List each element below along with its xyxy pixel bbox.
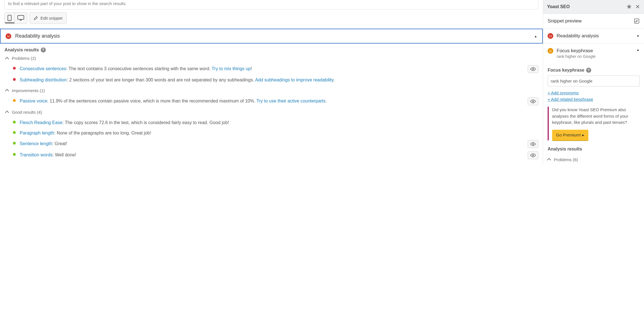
status-bullet-green xyxy=(13,121,16,124)
analysis-item: Flesch Reading Ease: The copy scores 72.… xyxy=(4,117,538,128)
svg-point-8 xyxy=(532,143,534,145)
analysis-fix-link[interactable]: Add subheadings to improve readability xyxy=(255,77,334,82)
svg-point-9 xyxy=(532,154,534,156)
svg-point-13 xyxy=(551,35,552,36)
sad-face-icon xyxy=(6,33,11,39)
highlight-toggle[interactable] xyxy=(528,65,538,73)
svg-point-5 xyxy=(9,35,10,36)
pencil-icon xyxy=(34,16,38,20)
svg-rect-10 xyxy=(634,19,639,23)
svg-point-4 xyxy=(7,35,8,36)
svg-point-16 xyxy=(551,50,552,51)
meta-description-hint: to find a relevant part of your post to … xyxy=(4,0,538,10)
close-icon[interactable]: ✕ xyxy=(635,3,640,10)
status-bullet-red xyxy=(13,67,16,70)
mobile-preview-button[interactable] xyxy=(5,13,15,23)
analysis-item: Subheading distribution: 2 sections of y… xyxy=(4,75,538,85)
svg-point-7 xyxy=(532,101,534,102)
analysis-link[interactable]: Paragraph length xyxy=(20,131,54,135)
sidebar-problems-group-toggle[interactable]: Problems (6) xyxy=(548,157,644,162)
edit-icon xyxy=(634,18,640,24)
svg-point-15 xyxy=(549,50,550,51)
analysis-link[interactable]: Consecutive sentences xyxy=(20,66,66,71)
analysis-link[interactable]: Sentence length xyxy=(20,141,52,146)
status-bullet-green xyxy=(13,153,16,156)
mobile-icon xyxy=(8,15,12,21)
analysis-item: Transition words: Well done! xyxy=(4,150,538,161)
analysis-item: Paragraph length: None of the paragraphs… xyxy=(4,128,538,138)
analysis-fix-link[interactable]: Try to mix things up xyxy=(212,66,251,71)
desktop-icon xyxy=(17,15,24,21)
sidebar-row-snippet-preview[interactable]: Snippet preview xyxy=(543,14,644,29)
add-synonyms-link[interactable]: + Add synonyms xyxy=(548,90,640,95)
eye-icon xyxy=(530,67,536,71)
readability-panel-header[interactable]: Readability analysis ▲ xyxy=(0,29,543,44)
caret-up-icon: ▲ xyxy=(636,48,640,51)
good-group-toggle[interactable]: Good results (4) xyxy=(6,110,538,115)
caret-up-icon: ▲ xyxy=(534,35,537,38)
status-bullet-green xyxy=(13,142,16,145)
status-bullet-red xyxy=(13,78,16,81)
star-icon[interactable] xyxy=(626,4,632,10)
analysis-item: Consecutive sentences: The text contains… xyxy=(4,63,538,75)
analysis-link[interactable]: Transition words xyxy=(20,152,53,157)
svg-point-1 xyxy=(9,20,10,20)
improvements-group-toggle[interactable]: Improvements (1) xyxy=(6,88,538,93)
analysis-item: Passive voice: 11.9% of the sentences co… xyxy=(4,96,538,107)
chevron-up-icon xyxy=(547,158,551,162)
analysis-results-heading: Analysis results ? xyxy=(4,47,538,53)
chevron-up-icon xyxy=(5,111,9,115)
eye-icon xyxy=(530,99,536,103)
highlight-toggle[interactable] xyxy=(528,97,538,105)
svg-rect-2 xyxy=(18,15,24,19)
svg-point-3 xyxy=(6,33,11,39)
highlight-toggle[interactable] xyxy=(528,140,538,148)
edit-snippet-label: Edit snippet xyxy=(40,16,62,20)
edit-snippet-button[interactable]: Edit snippet xyxy=(30,12,67,24)
analysis-item: Sentence length: Great! xyxy=(4,138,538,150)
svg-point-11 xyxy=(548,33,553,39)
help-icon[interactable]: ? xyxy=(586,68,591,73)
analysis-fix-link[interactable]: Try to use their active counterparts xyxy=(257,99,326,103)
sidebar-header: Yoast SEO ✕ xyxy=(543,0,644,14)
svg-point-14 xyxy=(548,48,553,54)
status-bullet-green xyxy=(13,131,16,134)
go-premium-button[interactable]: Go Premium! ▸ xyxy=(552,130,588,140)
analysis-link[interactable]: Passive voice xyxy=(20,99,47,103)
premium-promo: Did you know Yoast SEO Premium also anal… xyxy=(548,107,640,140)
sidebar-row-readability[interactable]: Readability analysis ▼ xyxy=(543,29,644,44)
eye-icon xyxy=(530,153,536,157)
highlight-toggle[interactable] xyxy=(528,151,538,159)
sidebar-analysis-results-heading: Analysis results xyxy=(543,145,644,154)
help-icon[interactable]: ? xyxy=(41,47,46,53)
caret-down-icon: ▼ xyxy=(636,34,640,38)
sidebar-row-focus-keyphrase[interactable]: Focus keyphrase rank higher on Google ▲ xyxy=(543,44,644,63)
analysis-link[interactable]: Subheading distribution xyxy=(20,77,67,82)
chevron-up-icon xyxy=(5,57,9,61)
device-toggle xyxy=(4,12,27,24)
problems-group-toggle[interactable]: Problems (2) xyxy=(6,56,538,61)
desktop-preview-button[interactable] xyxy=(15,13,27,23)
chevron-up-icon xyxy=(5,89,9,93)
eye-icon xyxy=(530,142,536,146)
focus-keyphrase-input[interactable] xyxy=(548,76,640,86)
focus-keyphrase-section: Focus keyphrase ? + Add synonyms + Add r… xyxy=(543,63,644,145)
sad-face-icon xyxy=(548,33,553,39)
svg-point-6 xyxy=(532,69,534,70)
svg-point-12 xyxy=(549,35,550,36)
add-related-keyphrase-link[interactable]: + Add related keyphrase xyxy=(548,97,640,102)
neutral-face-icon xyxy=(548,48,553,54)
analysis-link[interactable]: Flesch Reading Ease xyxy=(20,120,62,125)
status-bullet-orange xyxy=(13,99,16,102)
snippet-toolbar: Edit snippet xyxy=(4,12,538,24)
focus-keyphrase-label: Focus keyphrase ? xyxy=(548,68,640,73)
